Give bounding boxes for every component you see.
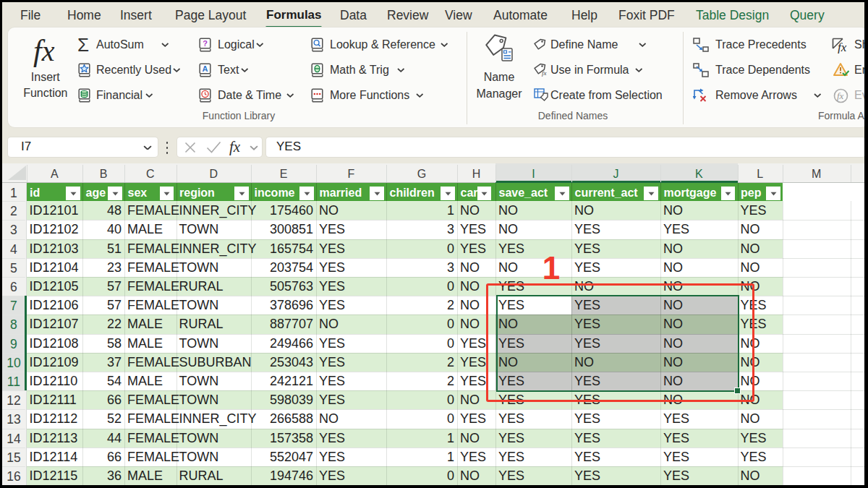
- svg-text:A: A: [203, 64, 208, 73]
- svg-text:fx: fx: [838, 40, 847, 53]
- svg-text:fx: fx: [542, 69, 547, 77]
- svg-text:?: ?: [203, 39, 208, 48]
- svg-text:fx: fx: [837, 90, 844, 101]
